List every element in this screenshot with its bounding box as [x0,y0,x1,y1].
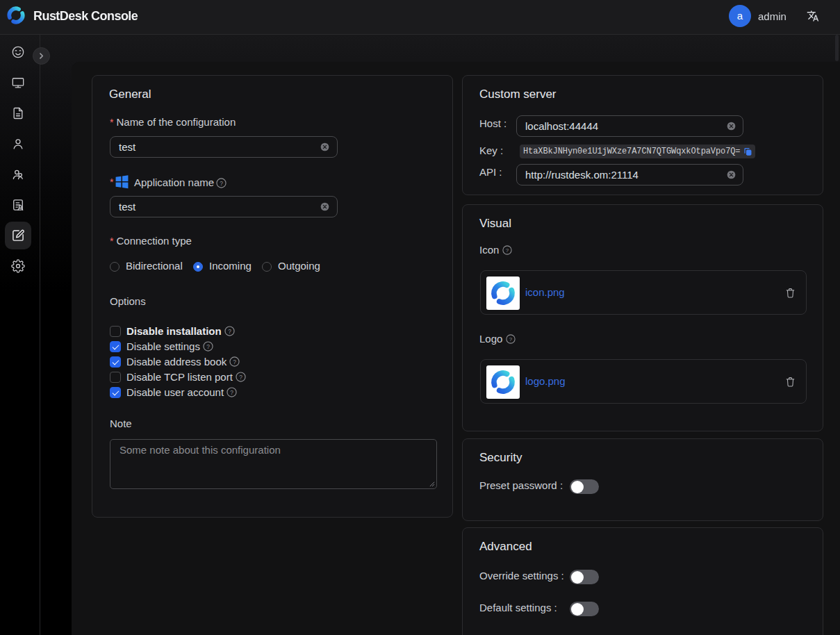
svg-text:?: ? [505,247,509,254]
svg-text:?: ? [206,343,210,350]
svg-text:?: ? [239,374,242,381]
svg-text:?: ? [230,389,233,396]
svg-text:?: ? [509,336,512,343]
svg-text:?: ? [233,358,237,365]
svg-text:?: ? [228,328,231,335]
svg-text:?: ? [220,180,223,187]
